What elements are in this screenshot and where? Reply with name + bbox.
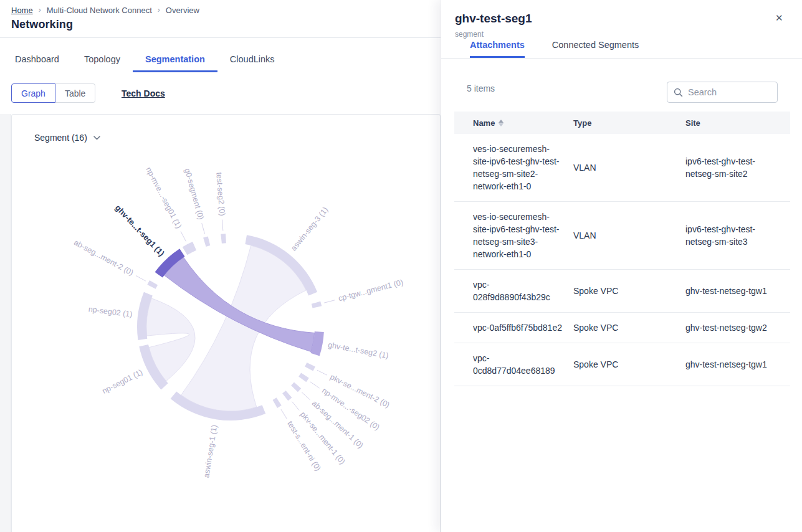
tab-dashboard[interactable]: Dashboard bbox=[2, 52, 72, 72]
attachment-site-cell: ghv-test-netseg-tgw1 bbox=[685, 343, 790, 386]
segment-detail-panel: ghv-test-seg1 ✕ segment AttachmentsConne… bbox=[441, 0, 802, 532]
attachment-name-cell: ves-io-securemesh-site-ipv6-test-ghv-tes… bbox=[454, 202, 573, 270]
page-header: Home›Multi-Cloud Network Connect›Overvie… bbox=[0, 0, 441, 38]
table-view-button[interactable]: Table bbox=[55, 83, 95, 103]
panel-tab-connected-segments[interactable]: Connected Segments bbox=[552, 40, 639, 58]
attachment-type-cell: VLAN bbox=[573, 134, 685, 202]
table-header-row: Name Type Site bbox=[454, 112, 790, 134]
tab-cloudlinks[interactable]: CloudLinks bbox=[217, 52, 287, 72]
search-icon bbox=[674, 88, 683, 97]
attachment-name-cell: ves-io-securemesh-site-ipv6-test-ghv-tes… bbox=[454, 134, 573, 202]
breadcrumb-item[interactable]: Multi-Cloud Network Connect bbox=[47, 6, 152, 15]
attachment-site-cell: ghv-test-netseg-tgw2 bbox=[685, 313, 790, 343]
panel-tab-attachments[interactable]: Attachments bbox=[470, 40, 525, 58]
panel-subtitle: segment bbox=[455, 30, 484, 39]
attachments-table: Name Type Site ves-io-securemesh-site-ip… bbox=[454, 112, 790, 386]
page-title: Networking bbox=[11, 18, 73, 31]
table-row[interactable]: ves-io-securemesh-site-ipv6-test-ghv-tes… bbox=[454, 134, 790, 202]
table-row[interactable]: vpc-028f9d8890f43b29cSpoke VPCghv-test-n… bbox=[454, 270, 790, 313]
attachment-site-cell: ghv-test-netseg-tgw1 bbox=[685, 270, 790, 313]
attachment-type-cell: Spoke VPC bbox=[573, 313, 685, 343]
breadcrumb-separator-icon: › bbox=[158, 6, 160, 14]
attachment-site-cell: ipv6-test-ghv-test-netseg-sm-site3 bbox=[685, 202, 790, 270]
graph-view-button[interactable]: Graph bbox=[11, 83, 55, 103]
attachment-name-cell: vpc-0cd8d77d04ee68189 bbox=[454, 343, 573, 386]
breadcrumb-item[interactable]: Overview bbox=[166, 6, 199, 15]
tech-docs-link[interactable]: Tech Docs bbox=[122, 88, 165, 98]
chevron-down-icon bbox=[93, 136, 100, 140]
attachment-type-cell: Spoke VPC bbox=[573, 343, 685, 386]
segmentation-graph-card: Segment (16) bbox=[11, 114, 441, 532]
nav-tabs: DashboardTopologySegmentationCloudLinks bbox=[2, 52, 287, 72]
table-row[interactable]: ves-io-securemesh-site-ipv6-test-ghv-tes… bbox=[454, 202, 790, 270]
close-icon[interactable]: ✕ bbox=[775, 13, 783, 22]
networking-page: Home›Multi-Cloud Network Connect›Overvie… bbox=[0, 0, 441, 532]
breadcrumb-item[interactable]: Home bbox=[11, 6, 33, 15]
attachment-name-cell: vpc-028f9d8890f43b29c bbox=[454, 270, 573, 313]
attachment-site-cell: ipv6-test-ghv-test-netseg-sm-site2 bbox=[685, 134, 790, 202]
breadcrumb: Home›Multi-Cloud Network Connect›Overvie… bbox=[11, 6, 199, 15]
attachment-type-cell: Spoke VPC bbox=[573, 270, 685, 313]
tab-topology[interactable]: Topology bbox=[72, 52, 133, 72]
search-placeholder: Search bbox=[688, 87, 717, 97]
panel-tabs: AttachmentsConnected Segments bbox=[441, 40, 802, 59]
segment-filter-label: Segment (16) bbox=[34, 133, 87, 143]
tab-segmentation[interactable]: Segmentation bbox=[133, 52, 217, 72]
table-row[interactable]: vpc-0cd8d77d04ee68189Spoke VPCghv-test-n… bbox=[454, 343, 790, 386]
column-header-type[interactable]: Type bbox=[573, 112, 685, 134]
attachment-type-cell: VLAN bbox=[573, 202, 685, 270]
panel-title: ghv-test-seg1 bbox=[455, 12, 532, 26]
column-header-name[interactable]: Name bbox=[454, 112, 573, 134]
table-row[interactable]: vpc-0af5ffb6f75bd81e2Spoke VPCghv-test-n… bbox=[454, 313, 790, 343]
search-input[interactable]: Search bbox=[667, 82, 778, 103]
column-header-site[interactable]: Site bbox=[685, 112, 790, 134]
sort-icon[interactable] bbox=[499, 120, 504, 126]
view-toggle: Graph Table bbox=[11, 83, 95, 103]
items-count: 5 items bbox=[467, 83, 495, 93]
attachment-name-cell: vpc-0af5ffb6f75bd81e2 bbox=[454, 313, 573, 343]
breadcrumb-separator-icon: › bbox=[39, 6, 41, 14]
segment-filter-dropdown[interactable]: Segment (16) bbox=[34, 133, 100, 143]
page-gutter bbox=[0, 114, 11, 532]
